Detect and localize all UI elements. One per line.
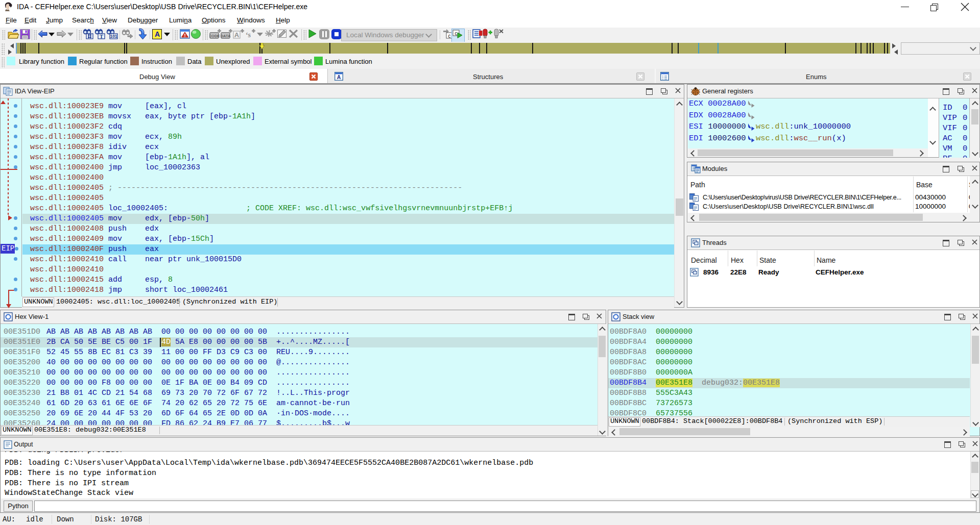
svg-text:T: T bbox=[100, 34, 103, 39]
svg-text:c: c bbox=[448, 33, 451, 39]
svg-text:‘s: ‘s bbox=[246, 31, 251, 39]
svg-text:A: A bbox=[234, 31, 240, 39]
svg-text:c: c bbox=[455, 31, 458, 36]
svg-text:101: 101 bbox=[110, 34, 117, 39]
svg-text:DATA: DATA bbox=[221, 34, 231, 38]
svg-text:CODE: CODE bbox=[209, 34, 220, 38]
svg-text:A: A bbox=[337, 74, 341, 80]
